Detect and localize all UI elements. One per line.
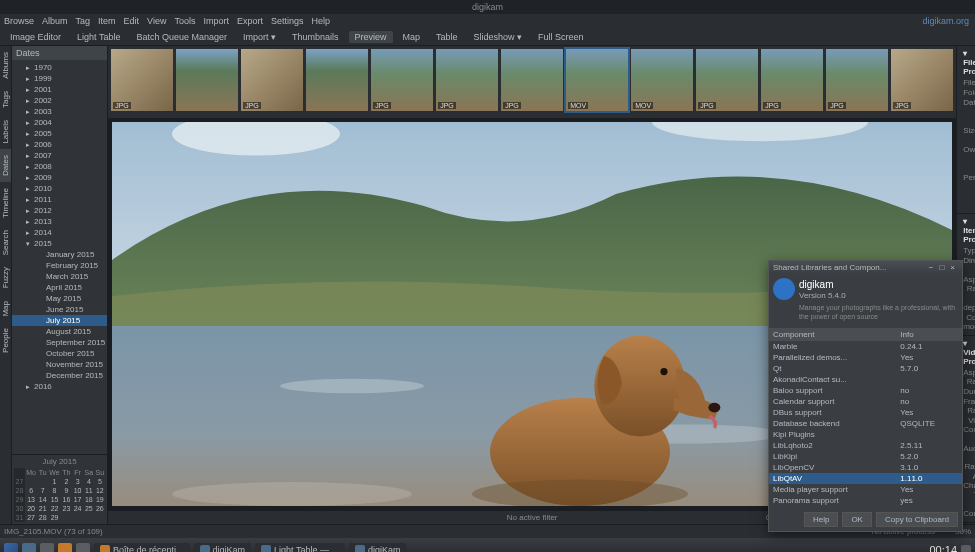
menu-view[interactable]: View xyxy=(147,16,166,26)
month-item[interactable]: January 2015 xyxy=(12,249,107,260)
thumbnail[interactable]: MOV xyxy=(566,49,628,111)
tray-icon[interactable] xyxy=(961,545,971,552)
toolbar-slideshow[interactable]: Slideshow ▾ xyxy=(468,31,529,43)
thumbnail[interactable] xyxy=(306,49,368,111)
month-item[interactable]: November 2015 xyxy=(12,359,107,370)
component-row[interactable]: LibOpenCV3.1.0 xyxy=(769,462,962,473)
ok-button[interactable]: OK xyxy=(842,512,872,527)
component-row[interactable]: LibLqhoto22.5.11 xyxy=(769,440,962,451)
year-2011[interactable]: ▸2011 xyxy=(12,194,107,205)
calendar-grid[interactable]: MoTuWeThFrSaSu27123452867891011122913141… xyxy=(14,468,105,522)
year-2006[interactable]: ▸2006 xyxy=(12,139,107,150)
component-row[interactable]: Database backendQSQLITE xyxy=(769,418,962,429)
components-table[interactable]: ComponentInfoMarble0.24.1Parallelized de… xyxy=(769,328,962,506)
component-row[interactable]: Kipi Plugins xyxy=(769,429,962,440)
month-item[interactable]: May 2015 xyxy=(12,293,107,304)
year-2012[interactable]: ▸2012 xyxy=(12,205,107,216)
year-2005[interactable]: ▸2005 xyxy=(12,128,107,139)
menu-browse[interactable]: Browse xyxy=(4,16,34,26)
thumbnail[interactable]: JPG xyxy=(501,49,563,111)
toolbar-batchqueuemanager[interactable]: Batch Queue Manager xyxy=(130,31,233,43)
year-2010[interactable]: ▸2010 xyxy=(12,183,107,194)
menu-tag[interactable]: Tag xyxy=(76,16,91,26)
year-1999[interactable]: ▸1999 xyxy=(12,73,107,84)
taskbar-icon[interactable] xyxy=(22,543,36,552)
component-row[interactable]: Marble0.24.1 xyxy=(769,341,962,352)
component-row[interactable]: Panorama supportyes xyxy=(769,495,962,506)
menu-album[interactable]: Album xyxy=(42,16,68,26)
month-item[interactable]: August 2015 xyxy=(12,326,107,337)
tab-dates[interactable]: Dates xyxy=(0,149,11,182)
tab-albums[interactable]: Albums xyxy=(0,46,11,85)
year-2007[interactable]: ▸2007 xyxy=(12,150,107,161)
thumbnail[interactable]: JPG xyxy=(371,49,433,111)
toolbar-map[interactable]: Map xyxy=(397,31,427,43)
year-2004[interactable]: ▸2004 xyxy=(12,117,107,128)
menu-help[interactable]: Help xyxy=(312,16,331,26)
toolbar-imageeditor[interactable]: Image Editor xyxy=(4,31,67,43)
help-button[interactable]: Help xyxy=(804,512,838,527)
component-row[interactable]: AkonadiContact su... xyxy=(769,374,962,385)
menu-item[interactable]: Item xyxy=(98,16,116,26)
month-item[interactable]: July 2015 xyxy=(12,315,107,326)
year-2013[interactable]: ▸2013 xyxy=(12,216,107,227)
year-1970[interactable]: ▸1970 xyxy=(12,62,107,73)
dialog-titlebar[interactable]: Shared Libraries and Compon... − □ × xyxy=(769,261,962,274)
tab-timeline[interactable]: Timeline xyxy=(0,182,11,224)
year-2003[interactable]: ▸2003 xyxy=(12,106,107,117)
component-row[interactable]: DBus supportYes xyxy=(769,407,962,418)
taskbar-task[interactable]: Light Table — ... xyxy=(255,543,345,552)
year-2014[interactable]: ▸2014 xyxy=(12,227,107,238)
month-item[interactable]: September 2015 xyxy=(12,337,107,348)
month-item[interactable]: June 2015 xyxy=(12,304,107,315)
menu-edit[interactable]: Edit xyxy=(124,16,140,26)
month-item[interactable]: December 2015 xyxy=(12,370,107,381)
taskbar-task[interactable]: digiKam xyxy=(349,543,407,552)
thumbnail[interactable]: MOV xyxy=(631,49,693,111)
toolbar-table[interactable]: Table xyxy=(430,31,464,43)
thumbnail[interactable] xyxy=(176,49,238,111)
taskbar-icon[interactable] xyxy=(40,543,54,552)
toolbar-fullscreen[interactable]: Full Screen xyxy=(532,31,590,43)
clock[interactable]: 00:14 xyxy=(929,544,957,552)
year-2001[interactable]: ▸2001 xyxy=(12,84,107,95)
tab-map[interactable]: Map xyxy=(0,295,11,323)
toolbar-thumbnails[interactable]: Thumbnails xyxy=(286,31,345,43)
month-item[interactable]: March 2015 xyxy=(12,271,107,282)
component-row[interactable]: LibKipi5.2.0 xyxy=(769,451,962,462)
copy-to-clipboard-button[interactable]: Copy to Clipboard xyxy=(876,512,958,527)
component-row[interactable]: LibQtAV1.11.0 xyxy=(769,473,962,484)
tab-fuzzy[interactable]: Fuzzy xyxy=(0,261,11,294)
component-row[interactable]: Media player supportYes xyxy=(769,484,962,495)
toolbar-lighttable[interactable]: Light Table xyxy=(71,31,126,43)
thumbnail[interactable]: JPG xyxy=(436,49,498,111)
component-row[interactable]: Baloo supportno xyxy=(769,385,962,396)
minimize-icon[interactable]: − xyxy=(926,263,937,272)
component-row[interactable]: Qt5.7.0 xyxy=(769,363,962,374)
month-item[interactable]: April 2015 xyxy=(12,282,107,293)
thumbnail[interactable]: JPG xyxy=(241,49,303,111)
tab-labels[interactable]: Labels xyxy=(0,114,11,150)
year-2009[interactable]: ▸2009 xyxy=(12,172,107,183)
thumbnail[interactable]: JPG xyxy=(891,49,953,111)
year-2008[interactable]: ▸2008 xyxy=(12,161,107,172)
toolbar-preview[interactable]: Preview xyxy=(349,31,393,43)
tab-people[interactable]: People xyxy=(0,322,11,359)
group-title[interactable]: ▾ File Properties xyxy=(963,49,969,76)
month-item[interactable]: October 2015 xyxy=(12,348,107,359)
thumbnail[interactable]: JPG xyxy=(761,49,823,111)
menu-export[interactable]: Export xyxy=(237,16,263,26)
menu-tools[interactable]: Tools xyxy=(174,16,195,26)
taskbar-task[interactable]: Boîte de récepti... xyxy=(94,543,190,552)
year-2015[interactable]: ▾2015 xyxy=(12,238,107,249)
group-title[interactable]: ▾ Video Properties xyxy=(963,339,969,366)
maximize-icon[interactable]: □ xyxy=(936,263,947,272)
start-menu-icon[interactable] xyxy=(4,543,18,552)
year-2016[interactable]: ▸2016 xyxy=(12,381,107,392)
month-item[interactable]: February 2015 xyxy=(12,260,107,271)
year-2002[interactable]: ▸2002 xyxy=(12,95,107,106)
group-title[interactable]: ▾ Item Properties xyxy=(963,217,969,244)
tab-tags[interactable]: Tags xyxy=(0,85,11,114)
thumbnail[interactable]: JPG xyxy=(111,49,173,111)
component-row[interactable]: Calendar supportno xyxy=(769,396,962,407)
